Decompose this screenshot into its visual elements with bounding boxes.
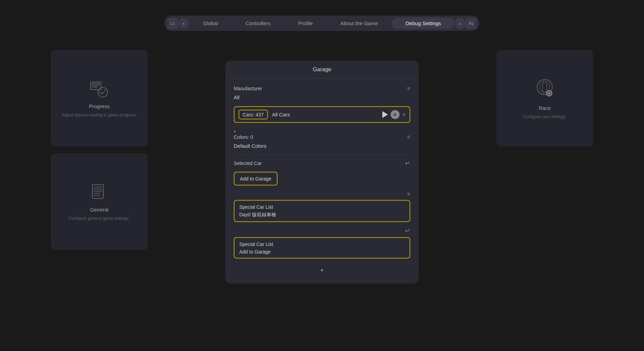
colors-section: Colors: 0 ≡ Default Colors (234, 134, 410, 148)
svg-rect-12 (94, 187, 102, 188)
svg-point-8 (543, 80, 547, 95)
selected-car-label: Selected Car (234, 160, 262, 166)
manufacturer-value: All (234, 94, 410, 100)
special-car-1-sublabel: Day0 版収録車種 (239, 211, 276, 218)
special-car-1-content: Special Car List Day0 版収録車種 (239, 204, 276, 218)
race-icon (533, 77, 557, 101)
add-to-garage-button[interactable]: Add to Garage (234, 172, 278, 185)
tab-global[interactable]: Global (189, 18, 232, 29)
general-panel[interactable]: General Configure general game settings. (51, 153, 148, 250)
nav-next-arrow[interactable]: › (455, 18, 466, 29)
general-description: Configure general game settings. (62, 215, 137, 221)
special-car-box-1[interactable]: Special Car List Day0 版収録車種 (234, 200, 410, 222)
svg-rect-16 (94, 195, 101, 196)
manufacturer-menu-icon[interactable]: ≡ (407, 85, 410, 91)
svg-point-10 (548, 92, 550, 94)
progress-icon (89, 79, 110, 99)
svg-rect-2 (92, 85, 100, 86)
selected-car-enter-icon: ↵ (405, 159, 410, 167)
cursor-area: R ≡ (382, 110, 405, 119)
special-car-2-header: ↵ (234, 227, 410, 234)
tab-controllers[interactable]: Controllers (232, 18, 284, 29)
colors-label: Colors: 0 (234, 134, 253, 140)
progress-panel[interactable]: Progress Adjust options relating to game… (51, 50, 148, 146)
cursor-circle-badge: R (391, 110, 400, 119)
garage-modal: Garage Manufacturer ≡ All Cars: 437 All … (225, 61, 419, 283)
svg-rect-15 (94, 193, 100, 194)
nav-l1-icon[interactable]: L1 (167, 18, 178, 29)
special-car-1-header: ≡ (234, 191, 410, 197)
progress-title: Progress (89, 103, 110, 109)
tab-about[interactable]: About the Game (326, 18, 392, 29)
tab-debug-settings[interactable]: Debug Settings (392, 18, 455, 29)
svg-point-4 (98, 87, 108, 97)
race-title: Race (539, 105, 551, 111)
all-cars-label: All Cars (272, 112, 290, 117)
nav-prev-arrow[interactable]: ‹ (178, 18, 189, 29)
special-car-section-2: ↵ Special Car List Add to Garage (234, 227, 410, 258)
selected-car-section: Selected Car ↵ Add to Garage (234, 159, 410, 185)
nav-r1-icon[interactable]: R1 (466, 18, 477, 29)
svg-rect-14 (94, 191, 102, 192)
special-car-2-sublabel: Add to Garage (239, 249, 273, 254)
scroll-chevron-icon: ▾ (321, 267, 323, 273)
svg-rect-3 (92, 86, 97, 87)
colors-menu-icon[interactable]: ≡ (407, 134, 410, 140)
special-car-box-2[interactable]: Special Car List Add to Garage (234, 237, 410, 258)
cars-box-inner: Cars: 437 All Cars (239, 110, 290, 119)
cars-count-badge: Cars: 437 (239, 110, 268, 119)
special-car-2-enter-icon: ↵ (405, 227, 410, 234)
scroll-down-indicator[interactable]: ▾ (234, 263, 410, 277)
special-car-1-menu-icon[interactable]: ≡ (407, 191, 410, 197)
svg-rect-1 (92, 83, 100, 84)
manufacturer-label: Manufacturer (234, 85, 262, 91)
general-icon (89, 182, 110, 203)
dropdown-chevron: ▾ (234, 129, 410, 134)
selected-car-section-header: Selected Car ↵ (234, 159, 410, 167)
special-car-1-label: Special Car List (239, 204, 276, 209)
divider-1 (234, 155, 410, 155)
cursor-triangle-icon (382, 111, 388, 118)
garage-content: Manufacturer ≡ All Cars: 437 All Cars R … (225, 78, 419, 283)
tab-profile[interactable]: Profile (284, 18, 327, 29)
race-panel[interactable]: Race Configure race settings. (496, 50, 593, 146)
top-navigation: L1 ‹ Global Controllers Profile About th… (164, 16, 480, 31)
cars-box[interactable]: Cars: 437 All Cars R ≡ (234, 106, 410, 123)
special-car-section-1: ≡ Special Car List Day0 版収録車種 (234, 191, 410, 222)
colors-section-header: Colors: 0 ≡ (234, 134, 410, 140)
garage-title: Garage (225, 61, 419, 78)
default-colors-value: Default Colors (234, 143, 410, 148)
special-car-2-label: Special Car List (239, 241, 273, 247)
cars-menu-icon[interactable]: ≡ (402, 111, 405, 117)
manufacturer-section-header: Manufacturer ≡ (234, 85, 410, 91)
special-car-2-content: Special Car List Add to Garage (239, 241, 273, 254)
race-description: Configure race settings. (516, 114, 574, 120)
progress-description: Adjust options relating to game progress… (55, 112, 144, 118)
svg-rect-13 (94, 189, 102, 190)
general-title: General (90, 207, 108, 213)
